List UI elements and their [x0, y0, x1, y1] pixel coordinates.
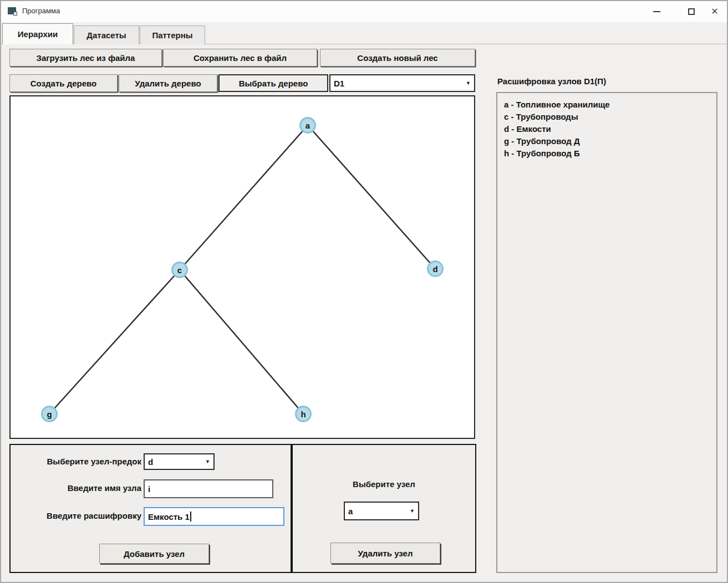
tree-node-label: d: [432, 264, 437, 274]
tree-select-value: D1: [334, 79, 344, 88]
parent-node-dropdown[interactable]: d ▼: [144, 453, 215, 470]
tab-hierarchies[interactable]: Иерархии: [2, 23, 73, 44]
tree-node-h[interactable]: h: [296, 407, 311, 422]
tab-datasets-label: Датасеты: [86, 30, 126, 40]
node-name-label: Введите имя узла: [14, 483, 141, 493]
tree-edge-a-c: [180, 125, 308, 270]
minimize-icon: [653, 11, 660, 12]
legend-item: c - Трубопроводы: [504, 111, 716, 123]
node-name-value: i: [148, 484, 150, 494]
tree-node-c[interactable]: c: [172, 263, 187, 278]
legend-item: d - Емкости: [504, 123, 716, 135]
tree-node-a[interactable]: a: [301, 118, 315, 133]
text-cursor: [190, 512, 191, 521]
select-node-label: Выберите узел: [293, 479, 475, 489]
tree-canvas[interactable]: acdgh: [9, 95, 475, 439]
app-icon: [8, 7, 17, 16]
delete-tree-button[interactable]: Удалить дерево: [119, 74, 217, 92]
tree-edge-c-h: [180, 270, 303, 414]
create-forest-button[interactable]: Создать новый лес: [320, 49, 475, 67]
close-button[interactable]: ✕: [701, 1, 728, 22]
delete-node-panel: Выберите узел a ▼ Удалить узел: [292, 444, 476, 573]
tree-edge-a-d: [308, 125, 435, 269]
select-tree-button[interactable]: Выбрать дерево: [218, 74, 328, 92]
tab-patterns-label: Паттерны: [152, 30, 192, 40]
close-icon: ✕: [711, 7, 718, 16]
add-node-button[interactable]: Добавить узел: [99, 544, 209, 564]
tree-node-label: g: [47, 410, 52, 419]
app-window: Программа ✕ Иерархии Датасеты Паттерны З…: [0, 0, 728, 583]
tree-svg: acdgh: [11, 96, 474, 438]
tab-datasets[interactable]: Датасеты: [74, 25, 139, 44]
legend-title: Расшифровка узлов D1(П): [497, 76, 606, 86]
legend-item: a - Топливное хранилище: [504, 99, 716, 111]
node-name-input[interactable]: i: [144, 479, 273, 498]
chevron-down-icon: ▼: [466, 80, 471, 86]
legend-item: g - Трубопровод Д: [504, 135, 716, 147]
tree-node-d[interactable]: d: [428, 262, 443, 277]
save-forest-button[interactable]: Сохранить лес в файл: [163, 49, 317, 67]
chevron-down-icon: ▼: [205, 459, 210, 464]
add-node-panel: Выберите узел-предок d ▼ Введите имя узл…: [9, 444, 292, 573]
tree-node-label: a: [306, 121, 310, 130]
select-node-dropdown[interactable]: a ▼: [344, 502, 419, 520]
parent-node-label: Выберите узел-предок: [14, 457, 141, 466]
tab-patterns[interactable]: Паттерны: [140, 25, 205, 44]
title-bar: Программа ✕: [1, 1, 727, 22]
tab-hierarchies-label: Иерархии: [18, 29, 58, 39]
node-desc-input[interactable]: Емкость 1: [144, 507, 284, 526]
tree-edge-c-g: [49, 270, 180, 414]
tree-node-label: h: [301, 410, 306, 419]
maximize-icon: [688, 8, 695, 15]
legend-item: h - Трубопровод Б: [504, 147, 716, 160]
legend-list[interactable]: a - Топливное хранилище c - Трубопроводы…: [496, 92, 717, 573]
parent-node-value: d: [148, 457, 153, 467]
load-forest-button[interactable]: Загрузить лес из файла: [9, 49, 162, 67]
minimize-button[interactable]: [642, 1, 671, 22]
node-desc-value: Емкость 1: [148, 512, 190, 521]
chevron-down-icon: ▼: [410, 508, 415, 514]
tree-select-dropdown[interactable]: D1 ▼: [329, 74, 475, 92]
node-desc-label: Введите расшифровку: [14, 511, 141, 520]
create-tree-button[interactable]: Создать дерево: [9, 74, 118, 92]
delete-node-button[interactable]: Удалить узел: [330, 543, 440, 564]
tree-node-label: c: [177, 265, 182, 275]
select-node-value: a: [348, 507, 353, 516]
tree-node-g[interactable]: g: [42, 407, 57, 422]
window-title: Программа: [22, 7, 60, 15]
